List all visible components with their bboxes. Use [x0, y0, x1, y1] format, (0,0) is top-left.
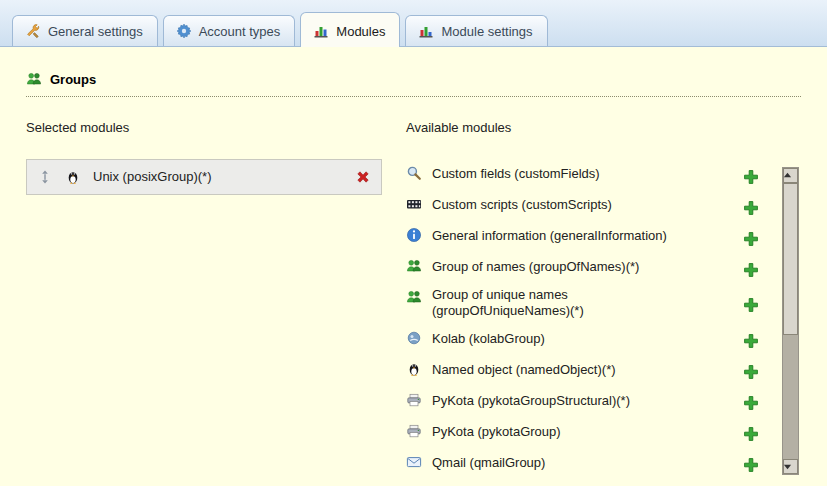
available-modules-heading: Available modules [406, 120, 773, 135]
add-module-button[interactable] [743, 393, 759, 409]
arrow-down-icon [783, 462, 799, 471]
mail-icon [406, 454, 422, 470]
tab-account-types[interactable]: Account types [163, 15, 296, 46]
available-module-row: General information (generalInformation) [406, 221, 773, 252]
available-module-row: Custom scripts (customScripts) [406, 190, 773, 221]
info-icon [406, 227, 422, 243]
section-title: Groups [50, 72, 96, 87]
penguin-icon [406, 361, 422, 377]
add-icon [743, 333, 759, 349]
module-settings-icon [418, 23, 434, 39]
tab-label: Account types [199, 24, 281, 39]
add-icon [743, 426, 759, 442]
modules-tab-panel: Groups Selected modules Unix (posixGroup… [0, 47, 827, 479]
printer-icon [406, 423, 422, 439]
available-module-label: General information (generalInformation) [432, 228, 692, 244]
available-module-label: Group of names (groupOfNames)(*) [432, 259, 692, 275]
scroll-up-button[interactable] [783, 168, 798, 183]
modules-icon [313, 23, 329, 39]
penguin-icon [65, 169, 81, 185]
available-module-row: Named object (namedObject)(*) [406, 355, 773, 386]
selected-modules-heading: Selected modules [26, 120, 382, 135]
selected-modules-list: Unix (posixGroup)(*) [26, 159, 382, 195]
drag-handle-icon[interactable] [37, 169, 53, 185]
tab-bar: General settingsAccount typesModulesModu… [0, 0, 827, 47]
group-icon [406, 258, 422, 274]
kolab-icon [406, 330, 422, 346]
add-module-button[interactable] [743, 295, 759, 311]
scroll-down-button[interactable] [783, 459, 798, 474]
available-module-label: Kolab (kolabGroup) [432, 331, 692, 347]
add-icon [743, 364, 759, 380]
available-module-row: PyKota (pykotaGroupStructural)(*) [406, 386, 773, 417]
scroll-track[interactable] [783, 183, 798, 459]
add-module-button[interactable] [743, 198, 759, 214]
available-module-label: Custom scripts (customScripts) [432, 197, 692, 213]
add-module-button[interactable] [743, 362, 759, 378]
tab-label: General settings [48, 24, 143, 39]
add-module-button[interactable] [743, 455, 759, 471]
available-module-label: Qmail (qmailGroup) [432, 455, 692, 471]
add-module-button[interactable] [743, 167, 759, 183]
tab-label: Module settings [441, 24, 532, 39]
arrow-up-icon [783, 171, 799, 180]
groups-icon [26, 71, 42, 87]
add-icon [743, 297, 759, 313]
lam-config-page: General settingsAccount typesModulesModu… [0, 0, 827, 486]
available-modules-list: Custom fields (customFields)Custom scrip… [406, 159, 773, 479]
group-icon [406, 289, 422, 305]
available-modules-scrollbar[interactable] [782, 167, 799, 475]
printer-icon [406, 392, 422, 408]
add-icon [743, 200, 759, 216]
section-header: Groups [26, 71, 801, 97]
tab-modules[interactable]: Modules [300, 12, 400, 47]
available-module-label: PyKota (pykotaGroup) [432, 424, 692, 440]
available-module-label: Named object (namedObject)(*) [432, 362, 692, 378]
available-module-label: PyKota (pykotaGroupStructural)(*) [432, 393, 692, 409]
gear-icon [176, 23, 192, 39]
add-icon [743, 231, 759, 247]
available-module-label: Custom fields (customFields) [432, 166, 692, 182]
tab-module-settings[interactable]: Module settings [405, 15, 547, 46]
add-module-button[interactable] [743, 229, 759, 245]
remove-module-button[interactable] [355, 169, 371, 185]
available-module-row: Qmail (qmailGroup) [406, 448, 773, 479]
add-icon [743, 262, 759, 278]
add-icon [743, 457, 759, 473]
available-module-row: PyKota (pykotaGroup) [406, 417, 773, 448]
tools-icon [25, 23, 41, 39]
add-module-button[interactable] [743, 260, 759, 276]
available-module-row: Custom fields (customFields) [406, 159, 773, 190]
add-module-button[interactable] [743, 331, 759, 347]
available-module-row: Group of names (groupOfNames)(*) [406, 252, 773, 283]
tab-label: Modules [336, 24, 385, 39]
add-module-button[interactable] [743, 424, 759, 440]
available-module-row: Group of unique names (groupOfUniqueName… [406, 283, 773, 324]
delete-icon [355, 169, 371, 185]
selected-module-label: Unix (posixGroup)(*) [93, 169, 355, 185]
magnifier-icon [406, 165, 422, 181]
available-module-label: Group of unique names (groupOfUniqueName… [432, 287, 692, 320]
selected-module-row: Unix (posixGroup)(*) [26, 159, 382, 195]
available-module-row: Kolab (kolabGroup) [406, 324, 773, 355]
scroll-thumb[interactable] [783, 183, 798, 335]
script-icon [406, 196, 422, 212]
add-icon [743, 169, 759, 185]
add-icon [743, 395, 759, 411]
tab-general-settings[interactable]: General settings [12, 15, 158, 46]
